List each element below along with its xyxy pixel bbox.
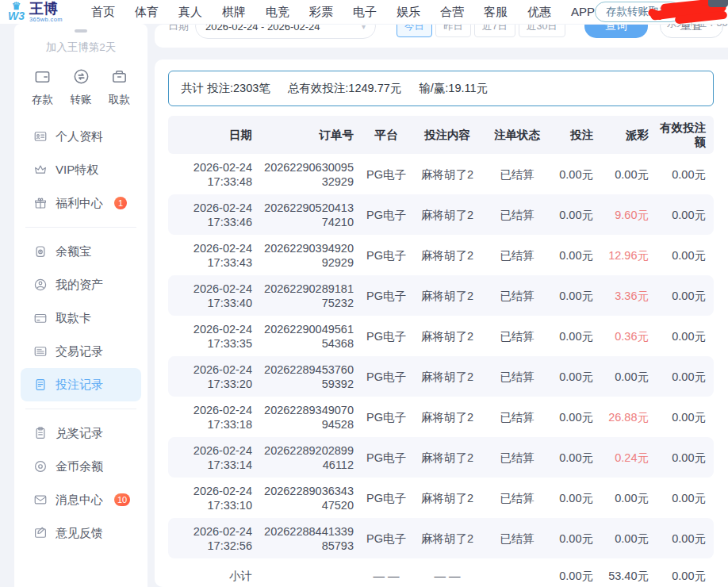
column-header-valid: 有效投注额 [657,117,714,152]
cell-payout: 0.00元 [601,366,657,387]
subtotal-platform-dash: — — [362,566,411,585]
sidebar-item[interactable]: 交易记录 [21,335,141,368]
nav-item-4[interactable]: 棋牌 [222,5,246,20]
subtotal-valid: 0.00元 [657,566,714,587]
column-header-status: 注单状态 [484,125,550,145]
cell-content: 麻将胡了2 [411,326,484,347]
cell-date: 2026-02-24 17:33:48 [168,157,260,192]
nav-item-9[interactable]: 合营 [440,5,464,20]
subtotal-payout: 53.40元 [601,566,657,587]
sidebar-item-label: 我的资产 [56,278,103,293]
cell-date: 2026-02-24 17:33:20 [168,359,260,394]
cell-payout: 0.00元 [601,164,657,185]
cell-order: 2026229063009532929 [260,157,362,192]
nav-item-12[interactable]: APP [571,5,595,20]
subtotal-label: 小计 [168,566,260,587]
corner-notification-badge [708,0,728,7]
cell-bet: 0.00元 [550,407,601,428]
table-header-row: 日期订单号平台投注内容注单状态投注派彩有效投注额 [168,116,714,154]
cell-order: 2026228934907094528 [260,400,362,435]
main-nav: 首页体育真人棋牌电竞彩票电子娱乐合营客服优惠APP [91,5,595,20]
cell-order: 2026228920289946112 [260,440,362,475]
nav-item-2[interactable]: 体育 [135,5,159,20]
join-days-text: 加入王博第2天 [14,40,148,55]
cell-bet: 0.00元 [550,286,601,306]
sidebar-item[interactable]: 福利中心1 [21,186,141,220]
logo-crown-icon: ♛ W3 [8,2,25,21]
cell-platform: PG电子 [362,488,411,508]
sidebar-item[interactable]: 取款卡 [21,301,141,335]
quick-filter-button[interactable]: 近30日 [519,25,565,37]
cell-valid: 0.00元 [657,407,714,428]
quick-filter-button[interactable]: 近7日 [474,25,515,37]
date-range-input[interactable]: 2026-02-24 - 2026-02-24 ▾ [195,25,376,39]
cell-platform: PG电子 [362,407,411,428]
nav-item-11[interactable]: 优惠 [527,5,551,20]
deposit-icon [33,67,52,89]
search-button[interactable]: 查询 [584,25,648,38]
sidebar-item[interactable]: 投注记录 [21,368,141,401]
assets-icon [33,278,48,292]
sidebar-item[interactable]: 兑奖记录 [21,416,141,450]
quick-filter-button[interactable]: 今日 [397,25,432,37]
transfer-icon [72,67,90,89]
cell-payout: 0.36元 [601,326,657,347]
nav-item-7[interactable]: 电子 [353,5,377,20]
quick-action-deposit[interactable]: 存款 [32,67,53,107]
nav-item-5[interactable]: 电竞 [266,5,289,20]
column-header-order: 订单号 [260,125,362,145]
table-row: 2026-02-24 17:33:432026229039492092929PG… [168,235,714,275]
withdraw-icon [110,67,128,89]
cell-status: 已结算 [484,447,550,468]
logo-title: 王博 [29,2,63,16]
cell-payout: 0.00元 [601,488,657,508]
cell-payout: 0.00元 [601,528,657,549]
sidebar-item[interactable]: VIP特权 [21,153,141,186]
sidebar-item[interactable]: 我的资产 [21,268,141,301]
logo-domain: 365wb.com [29,17,63,23]
cell-date: 2026-02-24 17:33:10 [168,481,260,516]
table-row: 2026-02-24 17:33:182026228934907094528PG… [168,397,714,437]
cell-date: 2026-02-24 17:33:18 [168,400,260,435]
sidebar-item[interactable]: 意见反馈 [21,516,141,550]
top-navbar: ♛ W3 王博 365wb.com 首页体育真人棋牌电竞彩票电子娱乐合营客服优惠… [0,0,728,24]
clipped-text-sliver [75,29,87,33]
filter-card: 日期 2026-02-24 - 2026-02-24 ▾ 今日昨日近7日近30日… [155,25,728,48]
chevron-down-icon: ▾ [362,25,366,31]
quick-action-withdraw[interactable]: 取款 [109,67,130,107]
quick-action-transfer[interactable]: 转账 [71,67,92,107]
sidebar-item-label: 兑奖记录 [56,426,103,441]
quick-filter-button[interactable]: 昨日 [435,25,471,37]
cell-bet: 0.00元 [550,366,601,387]
sidebar-item[interactable]: 金币余额 [21,450,141,483]
sidebar-item-label: VIP特权 [56,163,98,178]
divider [25,409,136,409]
sidebar-item[interactable]: 消息中心10 [21,483,141,516]
cell-payout: 26.88元 [601,407,657,428]
cell-platform: PG电子 [362,447,411,468]
cell-valid: 0.00元 [657,528,714,549]
sidebar-item-label: 意见反馈 [56,526,103,541]
sidebar-item[interactable]: 余额宝 [21,235,141,268]
summary-valid-bets: 总有效投注:1249.77元 [288,81,401,96]
cell-date: 2026-02-24 17:33:40 [168,278,260,313]
summary-total-bets: 共计 投注:2303笔 [181,81,270,96]
nav-item-3[interactable]: 真人 [178,5,202,20]
nav-item-10[interactable]: 客服 [484,5,508,20]
cell-bet: 0.00元 [550,245,601,266]
nav-item-8[interactable]: 娱乐 [397,5,420,20]
cell-content: 麻将胡了2 [411,245,484,266]
sidebar-item[interactable]: 个人资料 [21,120,141,153]
nav-item-1[interactable]: 首页 [91,5,115,20]
cell-bet: 0.00元 [550,447,601,468]
cell-payout: 12.96元 [601,245,657,266]
cell-platform: PG电子 [362,286,411,306]
cell-status: 已结算 [484,366,550,387]
crown-icon [33,163,48,177]
cell-valid: 0.00元 [657,447,714,468]
site-logo[interactable]: ♛ W3 王博 365wb.com [8,2,63,23]
nav-item-6[interactable]: 彩票 [309,5,333,20]
cell-platform: PG电子 [362,366,411,387]
cell-valid: 0.00元 [657,164,714,185]
cell-date: 2026-02-24 17:32:56 [168,521,260,556]
